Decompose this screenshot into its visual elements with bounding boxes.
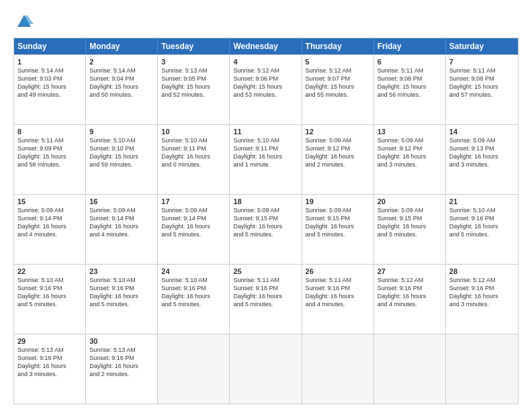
day-info: Sunrise: 5:12 AM Sunset: 9:06 PM Dayligh… — [233, 66, 298, 99]
header-tuesday: Tuesday — [158, 38, 230, 54]
calendar-cell: 2Sunrise: 5:14 AM Sunset: 9:04 PM Daylig… — [86, 55, 158, 124]
day-info: Sunrise: 5:13 AM Sunset: 9:05 PM Dayligh… — [161, 66, 226, 99]
calendar-cell: 30Sunrise: 5:13 AM Sunset: 9:16 PM Dayli… — [86, 334, 158, 404]
day-info: Sunrise: 5:14 AM Sunset: 9:04 PM Dayligh… — [89, 66, 154, 99]
day-number: 11 — [233, 128, 298, 136]
calendar-cell: 16Sunrise: 5:09 AM Sunset: 9:14 PM Dayli… — [86, 195, 158, 264]
day-info: Sunrise: 5:11 AM Sunset: 9:09 PM Dayligh… — [17, 136, 82, 169]
calendar-cell: 4Sunrise: 5:12 AM Sunset: 9:06 PM Daylig… — [230, 55, 302, 124]
day-number: 3 — [161, 58, 226, 66]
day-info: Sunrise: 5:10 AM Sunset: 9:10 PM Dayligh… — [89, 136, 154, 169]
calendar-cell: 8Sunrise: 5:11 AM Sunset: 9:09 PM Daylig… — [14, 125, 86, 194]
day-info: Sunrise: 5:09 AM Sunset: 9:13 PM Dayligh… — [449, 136, 515, 169]
calendar-cell: 5Sunrise: 5:12 AM Sunset: 9:07 PM Daylig… — [302, 55, 374, 124]
day-number: 7 — [449, 58, 515, 66]
calendar-cell: 7Sunrise: 5:11 AM Sunset: 9:08 PM Daylig… — [446, 55, 518, 124]
day-info: Sunrise: 5:13 AM Sunset: 9:16 PM Dayligh… — [89, 346, 154, 379]
day-info: Sunrise: 5:12 AM Sunset: 9:07 PM Dayligh… — [306, 66, 370, 99]
day-number: 26 — [306, 267, 370, 275]
day-number: 6 — [378, 58, 442, 66]
day-number: 5 — [306, 58, 370, 66]
calendar-cell: 20Sunrise: 5:09 AM Sunset: 9:15 PM Dayli… — [374, 195, 446, 264]
calendar-cell: 14Sunrise: 5:09 AM Sunset: 9:13 PM Dayli… — [446, 125, 518, 194]
header — [13, 12, 519, 31]
header-thursday: Thursday — [302, 38, 374, 54]
day-info: Sunrise: 5:12 AM Sunset: 9:16 PM Dayligh… — [449, 276, 515, 309]
calendar-cell: 18Sunrise: 5:09 AM Sunset: 9:15 PM Dayli… — [230, 195, 302, 264]
day-info: Sunrise: 5:09 AM Sunset: 9:15 PM Dayligh… — [306, 206, 370, 239]
day-number: 14 — [449, 128, 515, 136]
day-info: Sunrise: 5:12 AM Sunset: 9:16 PM Dayligh… — [378, 276, 442, 309]
logo-icon — [15, 12, 34, 31]
calendar-cell: 6Sunrise: 5:11 AM Sunset: 9:08 PM Daylig… — [374, 55, 446, 124]
calendar-week-4: 22Sunrise: 5:10 AM Sunset: 9:16 PM Dayli… — [14, 264, 518, 334]
calendar-cell: 19Sunrise: 5:09 AM Sunset: 9:15 PM Dayli… — [302, 195, 374, 264]
calendar-week-3: 15Sunrise: 5:09 AM Sunset: 9:14 PM Dayli… — [14, 194, 518, 264]
calendar-cell: 28Sunrise: 5:12 AM Sunset: 9:16 PM Dayli… — [446, 265, 518, 334]
calendar-week-1: 1Sunrise: 5:14 AM Sunset: 9:03 PM Daylig… — [14, 54, 518, 124]
day-info: Sunrise: 5:11 AM Sunset: 9:16 PM Dayligh… — [233, 276, 298, 309]
day-info: Sunrise: 5:09 AM Sunset: 9:14 PM Dayligh… — [161, 206, 226, 239]
calendar-cell: 24Sunrise: 5:10 AM Sunset: 9:16 PM Dayli… — [158, 265, 230, 334]
day-number: 23 — [89, 267, 154, 275]
day-number: 19 — [306, 197, 370, 205]
day-number: 10 — [161, 128, 226, 136]
day-info: Sunrise: 5:09 AM Sunset: 9:15 PM Dayligh… — [378, 206, 442, 239]
calendar-cell: 12Sunrise: 5:09 AM Sunset: 9:12 PM Dayli… — [302, 125, 374, 194]
day-info: Sunrise: 5:10 AM Sunset: 9:11 PM Dayligh… — [233, 136, 298, 169]
calendar: SundayMondayTuesdayWednesdayThursdayFrid… — [13, 38, 519, 404]
day-number: 27 — [378, 267, 442, 275]
calendar-cell — [302, 334, 374, 404]
day-info: Sunrise: 5:09 AM Sunset: 9:12 PM Dayligh… — [378, 136, 442, 169]
day-number: 17 — [161, 197, 226, 205]
day-number: 2 — [89, 58, 154, 66]
calendar-cell: 15Sunrise: 5:09 AM Sunset: 9:14 PM Dayli… — [14, 195, 86, 264]
calendar-cell: 9Sunrise: 5:10 AM Sunset: 9:10 PM Daylig… — [86, 125, 158, 194]
calendar-week-5: 29Sunrise: 5:13 AM Sunset: 9:16 PM Dayli… — [14, 334, 518, 404]
day-number: 21 — [449, 197, 515, 205]
header-wednesday: Wednesday — [230, 38, 302, 54]
day-info: Sunrise: 5:10 AM Sunset: 9:16 PM Dayligh… — [449, 206, 515, 239]
day-info: Sunrise: 5:10 AM Sunset: 9:16 PM Dayligh… — [161, 276, 226, 309]
calendar-header: SundayMondayTuesdayWednesdayThursdayFrid… — [14, 38, 518, 54]
day-number: 15 — [17, 197, 82, 205]
day-number: 8 — [17, 128, 82, 136]
calendar-cell: 26Sunrise: 5:11 AM Sunset: 9:16 PM Dayli… — [302, 265, 374, 334]
day-info: Sunrise: 5:11 AM Sunset: 9:16 PM Dayligh… — [306, 276, 370, 309]
calendar-cell — [230, 334, 302, 404]
day-info: Sunrise: 5:11 AM Sunset: 9:08 PM Dayligh… — [378, 66, 442, 99]
day-number: 12 — [306, 128, 370, 136]
day-info: Sunrise: 5:09 AM Sunset: 9:12 PM Dayligh… — [306, 136, 370, 169]
calendar-cell: 23Sunrise: 5:10 AM Sunset: 9:16 PM Dayli… — [86, 265, 158, 334]
calendar-cell: 11Sunrise: 5:10 AM Sunset: 9:11 PM Dayli… — [230, 125, 302, 194]
calendar-body: 1Sunrise: 5:14 AM Sunset: 9:03 PM Daylig… — [14, 54, 518, 404]
calendar-cell: 25Sunrise: 5:11 AM Sunset: 9:16 PM Dayli… — [230, 265, 302, 334]
day-number: 22 — [17, 267, 82, 275]
day-info: Sunrise: 5:09 AM Sunset: 9:15 PM Dayligh… — [233, 206, 298, 239]
calendar-cell — [446, 334, 518, 404]
day-number: 4 — [233, 58, 298, 66]
calendar-cell: 17Sunrise: 5:09 AM Sunset: 9:14 PM Dayli… — [158, 195, 230, 264]
calendar-cell: 13Sunrise: 5:09 AM Sunset: 9:12 PM Dayli… — [374, 125, 446, 194]
calendar-cell — [374, 334, 446, 404]
header-monday: Monday — [86, 38, 158, 54]
day-number: 16 — [89, 197, 154, 205]
day-number: 1 — [17, 58, 82, 66]
day-info: Sunrise: 5:14 AM Sunset: 9:03 PM Dayligh… — [17, 66, 82, 99]
day-info: Sunrise: 5:09 AM Sunset: 9:14 PM Dayligh… — [17, 206, 82, 239]
day-number: 18 — [233, 197, 298, 205]
logo — [13, 12, 34, 31]
day-number: 28 — [449, 267, 515, 275]
day-number: 13 — [378, 128, 442, 136]
calendar-cell: 22Sunrise: 5:10 AM Sunset: 9:16 PM Dayli… — [14, 265, 86, 334]
calendar-cell: 29Sunrise: 5:13 AM Sunset: 9:16 PM Dayli… — [14, 334, 86, 404]
day-number: 30 — [89, 337, 154, 345]
header-saturday: Saturday — [446, 38, 518, 54]
calendar-cell: 10Sunrise: 5:10 AM Sunset: 9:11 PM Dayli… — [158, 125, 230, 194]
day-number: 20 — [378, 197, 442, 205]
calendar-cell: 27Sunrise: 5:12 AM Sunset: 9:16 PM Dayli… — [374, 265, 446, 334]
calendar-cell: 21Sunrise: 5:10 AM Sunset: 9:16 PM Dayli… — [446, 195, 518, 264]
header-friday: Friday — [374, 38, 446, 54]
day-info: Sunrise: 5:09 AM Sunset: 9:14 PM Dayligh… — [89, 206, 154, 239]
calendar-week-2: 8Sunrise: 5:11 AM Sunset: 9:09 PM Daylig… — [14, 124, 518, 194]
